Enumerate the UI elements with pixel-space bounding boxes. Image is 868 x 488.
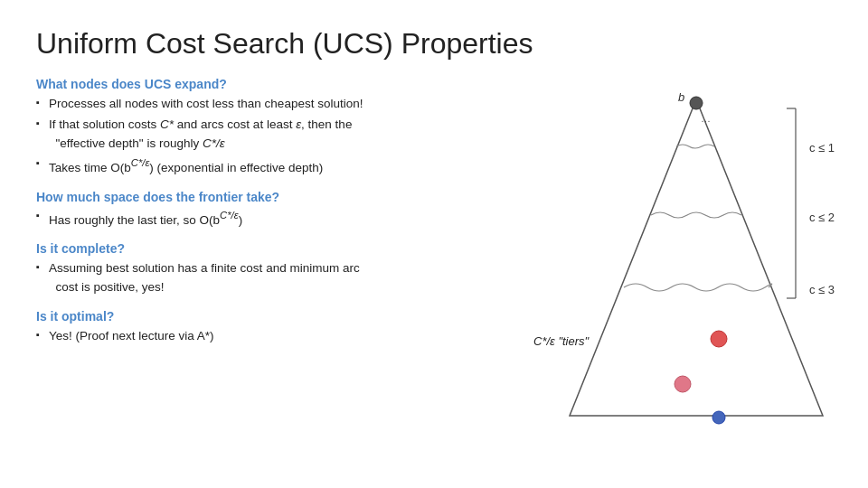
svg-text:…: …	[701, 113, 711, 124]
question-3: Is it complete?	[36, 241, 570, 256]
slide: Uniform Cost Search (UCS) Properties Wha…	[0, 0, 868, 488]
svg-point-11	[712, 411, 725, 424]
section-complete: Is it complete? Assuming best solution h…	[36, 241, 570, 296]
bullet-2-1: Has roughly the last tier, so O(bC*/ε)	[36, 208, 570, 230]
svg-point-6	[690, 97, 703, 109]
page-title: Uniform Cost Search (UCS) Properties	[36, 27, 832, 61]
svg-text:b: b	[678, 90, 684, 104]
section-optimal: Is it optimal? Yes! (Proof next lecture …	[36, 309, 570, 345]
section-space: How much space does the frontier take? H…	[36, 190, 570, 230]
section-expand: What nodes does UCS expand? Processes al…	[36, 77, 570, 177]
svg-text:c ≤ 1: c ≤ 1	[809, 141, 835, 155]
bullet-1-2: If that solution costs C* and arcs cost …	[36, 116, 570, 153]
question-1: What nodes does UCS expand?	[36, 77, 570, 91]
svg-point-9	[711, 331, 727, 347]
question-4: Is it optimal?	[36, 309, 570, 324]
content-left: What nodes does UCS expand? Processes al…	[36, 77, 570, 345]
svg-text:c ≤ 2: c ≤ 2	[809, 211, 835, 224]
ucs-diagram: c ≤ 1 c ≤ 2 c ≤ 3 b …	[542, 81, 850, 443]
question-2: How much space does the frontier take?	[36, 190, 570, 204]
svg-point-10	[675, 376, 691, 392]
svg-text:c ≤ 3: c ≤ 3	[809, 283, 835, 296]
bullet-1-3: Takes time O(bC*/ε) (exponential in effe…	[36, 155, 570, 177]
bullet-1-1: Processes all nodes with cost less than …	[36, 95, 570, 113]
diagram-area: c ≤ 1 c ≤ 2 c ≤ 3 b …	[542, 81, 850, 443]
bullet-3-1: Assuming best solution has a finite cost…	[36, 259, 570, 296]
bullet-4-1: Yes! (Proof next lecture via A*)	[36, 327, 570, 345]
